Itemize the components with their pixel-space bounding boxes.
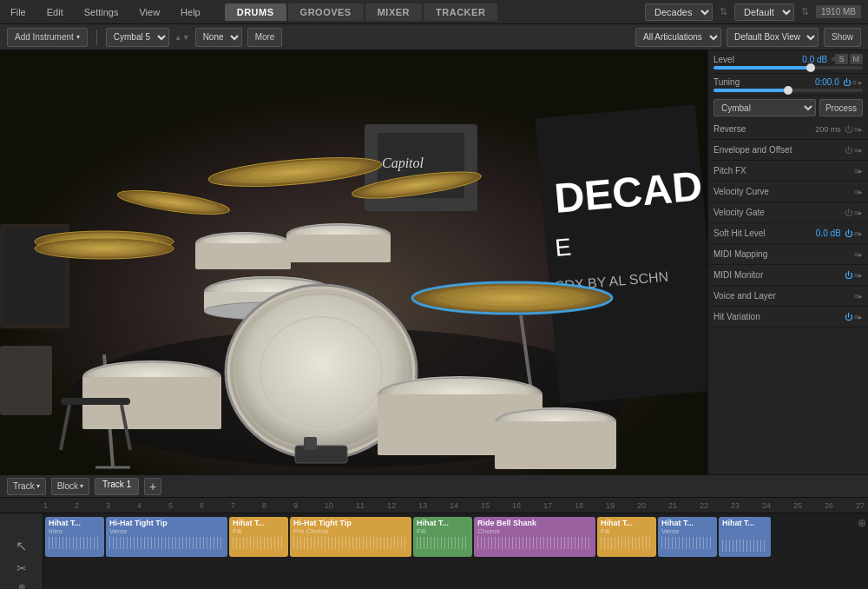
ruler-mark-15: 15 (481, 501, 512, 510)
svg-rect-11 (0, 346, 52, 415)
reverse-power-icon[interactable]: ⏻ (845, 125, 852, 134)
track-button[interactable]: Track ▾ (7, 478, 46, 495)
velocity-gate-label: Velocity Gate (713, 208, 845, 217)
block-title: Hi-Hat Tight Tip (293, 519, 408, 527)
zoom-right-icon[interactable]: ⊕ (858, 517, 866, 529)
velocity-curve-label: Velocity Curve (713, 187, 854, 196)
envelope-row[interactable]: Envelope and Offset ⏻ ≡ ▸ (708, 140, 868, 161)
level-slider[interactable] (713, 66, 863, 69)
default-select[interactable]: Default (734, 3, 794, 21)
block-title: Hihat T... (233, 519, 285, 527)
tuning-power-icon[interactable]: ⏻ (843, 78, 851, 87)
ruler-mark-3: 3 (106, 501, 137, 510)
mute-button[interactable]: M (850, 54, 864, 64)
block-subtitle: Verse (661, 527, 713, 535)
velocity-gate-row[interactable]: Velocity Gate ⏻ ≡ ▸ (708, 202, 868, 223)
block-pattern (49, 537, 101, 549)
tuning-slider[interactable] (713, 89, 863, 92)
block-hihat-end[interactable]: Hihat T... (719, 517, 771, 557)
voice-layer-expand-icon[interactable]: ▸ (858, 292, 863, 301)
midi-mapping-expand-icon[interactable]: ▸ (858, 250, 863, 259)
articulations-select[interactable]: All Articulations (635, 28, 721, 47)
soft-hit-value: 0.0 dB (816, 228, 841, 238)
hit-variation-power-icon[interactable]: ⏻ (845, 313, 852, 321)
block-button[interactable]: Block ▾ (51, 478, 89, 495)
ruler-mark-6: 6 (200, 501, 231, 510)
menu-bar: File Edit Settings View Help DRUMS GROOV… (0, 0, 868, 24)
block-pattern (601, 537, 653, 549)
block-ride-chorus[interactable]: Ride Bell Shank Chorus (474, 517, 595, 557)
block-hihat-prechorus[interactable]: Hi-Hat Tight Tip Pre Chorus (290, 517, 411, 557)
add-instrument-button[interactable]: Add Instrument ▾ (7, 28, 88, 47)
velocity-curve-expand-icon[interactable]: ▸ (858, 188, 863, 196)
file-menu[interactable]: File (7, 5, 30, 19)
svg-rect-40 (286, 235, 391, 262)
envelope-label: Envelope and Offset (713, 145, 845, 155)
solo-button[interactable]: S (835, 54, 847, 64)
midi-monitor-expand-icon[interactable]: ▸ (858, 271, 863, 280)
ruler-mark-16: 16 (512, 501, 543, 510)
block-pattern (722, 539, 767, 552)
block-hihat-fill2[interactable]: Hihat T... Fill (413, 517, 472, 557)
ruler-mark-21: 21 (668, 501, 700, 510)
view-menu[interactable]: View (135, 5, 163, 19)
pitch-fx-expand-icon[interactable]: ▸ (858, 167, 863, 175)
cymbal-select[interactable]: Cymbal 5 (106, 28, 169, 47)
reverse-expand-icon[interactable]: ▸ (858, 125, 863, 134)
envelope-expand-icon[interactable]: ▸ (858, 146, 863, 155)
block-title: Hihat T... (417, 519, 469, 527)
box-view-select[interactable]: Default Box View (727, 28, 819, 47)
tab-drums[interactable]: DRUMS (225, 3, 286, 21)
tuning-menu-icon[interactable]: ≡ (852, 78, 857, 87)
none-select[interactable]: None (195, 28, 242, 47)
block-hihat-intro[interactable]: Hihat T... Intro (45, 517, 104, 557)
level-value: 0.0 dB (802, 55, 827, 64)
soft-hit-row[interactable]: Soft Hit Level 0.0 dB ⏻ ≡ ▸ (708, 223, 868, 244)
tracks-content[interactable]: Hihat T... Intro Hi-Hat Tight Tip Verse … (43, 513, 868, 589)
hit-variation-expand-icon[interactable]: ▸ (858, 313, 863, 321)
velocity-gate-expand-icon[interactable]: ▸ (858, 208, 863, 217)
block-hihat-verse2[interactable]: Hihat T... Verse (658, 517, 717, 557)
tab-tracker[interactable]: TRACKER (424, 3, 497, 21)
process-button[interactable]: Process (819, 99, 863, 116)
midi-monitor-power-icon[interactable]: ⏻ (845, 271, 852, 280)
settings-menu[interactable]: Settings (81, 5, 122, 19)
voice-layer-row[interactable]: Voice and Layer ≡ ▸ (708, 286, 868, 307)
add-track-button[interactable]: + (144, 478, 161, 495)
soft-hit-power-icon[interactable]: ⏻ (845, 229, 852, 238)
cut-tool-icon[interactable]: ✂ (16, 561, 27, 575)
velocity-curve-row[interactable]: Velocity Curve ≡ ▸ (708, 182, 868, 202)
block-pattern (477, 537, 592, 549)
tab-grooves[interactable]: GROOVES (288, 3, 364, 21)
hit-variation-label: Hit Variation (713, 312, 845, 321)
midi-monitor-row[interactable]: MIDI Monitor ⏻ ≡ ▸ (708, 265, 868, 286)
block-hihat-fill1[interactable]: Hihat T... Fill (229, 517, 288, 557)
decades-select[interactable]: Decades (645, 3, 713, 21)
soft-hit-expand-icon[interactable]: ▸ (858, 229, 863, 238)
svg-rect-36 (195, 243, 291, 269)
svg-rect-61 (61, 398, 130, 405)
zoom-icon[interactable]: ⊕ (18, 582, 25, 590)
drum-area[interactable]: Capitol DECAD E SDX BY AL SCHN (0, 50, 707, 474)
tuning-expand-icon[interactable]: ▸ (858, 78, 863, 87)
block-subtitle: Intro (49, 527, 101, 535)
help-menu[interactable]: Help (177, 5, 204, 19)
tab-mixer[interactable]: MIXER (365, 3, 422, 21)
midi-mapping-row[interactable]: MIDI Mapping ≡ ▸ (708, 244, 868, 265)
block-title: Hihat T... (49, 519, 101, 527)
velocity-gate-power-icon[interactable]: ⏻ (845, 208, 852, 217)
edit-menu[interactable]: Edit (43, 5, 67, 19)
select-tool-icon[interactable]: ↖ (16, 538, 27, 554)
block-hihat-verse[interactable]: Hi-Hat Tight Tip Verse (106, 517, 227, 557)
reverse-row[interactable]: Reverse 200 ms ⏻ ≡ ▸ (708, 119, 868, 140)
more-button[interactable]: More (247, 28, 283, 47)
show-button[interactable]: Show (824, 28, 861, 47)
tuning-slider-thumb[interactable] (784, 86, 792, 95)
cymbal-type-select[interactable]: Cymbal (713, 99, 816, 116)
hit-variation-row[interactable]: Hit Variation ⏻ ≡ ▸ (708, 307, 868, 328)
pitch-fx-row[interactable]: Pitch FX ≡ ▸ (708, 161, 868, 182)
level-slider-thumb[interactable] (806, 63, 815, 72)
block-hihat-fill3[interactable]: Hihat T... Fill (597, 517, 656, 557)
block-pattern (417, 537, 469, 549)
envelope-power-icon[interactable]: ⏻ (845, 146, 852, 155)
